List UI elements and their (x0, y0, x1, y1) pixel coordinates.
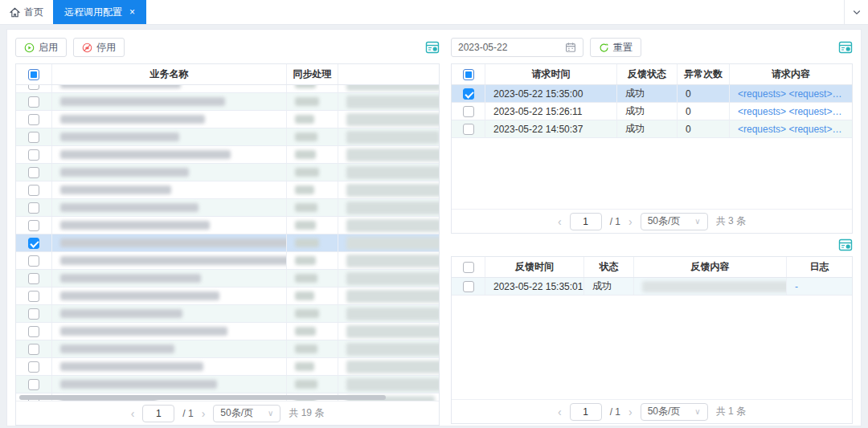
row-checkbox[interactable] (28, 326, 39, 337)
row-checkbox[interactable] (28, 149, 39, 161)
table-row[interactable] (16, 146, 439, 164)
page-number-input[interactable]: 1 (142, 405, 174, 422)
row-checkbox-cell (16, 323, 52, 340)
horizontal-scrollbar[interactable] (16, 394, 439, 401)
tab-list-chevron-button[interactable] (844, 0, 868, 24)
request-content-link[interactable]: <requests> <request> <COMM... (738, 106, 844, 117)
table-row[interactable] (16, 85, 439, 93)
enable-button[interactable]: 启用 (15, 38, 67, 57)
select-all-checkbox[interactable] (28, 69, 39, 80)
tab-home[interactable]: 首页 (0, 0, 53, 24)
redacted-text (295, 256, 316, 265)
table-row[interactable] (16, 358, 439, 376)
select-all-checkbox[interactable] (463, 69, 474, 80)
redacted-text (346, 272, 439, 285)
table-row[interactable] (16, 252, 439, 270)
row-checkbox[interactable] (463, 88, 474, 100)
table-row[interactable] (16, 93, 439, 111)
prev-page-icon[interactable]: ‹ (131, 408, 135, 419)
row-checkbox-cell (16, 199, 52, 216)
row-checkbox[interactable] (28, 273, 39, 284)
column-settings-icon[interactable] (838, 238, 853, 252)
column-settings-icon[interactable] (425, 40, 440, 55)
sync-mode-cell (287, 252, 338, 269)
redacted-text (295, 380, 317, 389)
row-checkbox[interactable] (28, 220, 39, 231)
sync-mode-cell (287, 234, 338, 251)
table-row[interactable] (16, 287, 439, 305)
row-checkbox[interactable] (28, 185, 39, 196)
request-content-link[interactable]: <requests> <request> <COMM... (738, 124, 844, 135)
row-checkbox[interactable] (28, 238, 39, 249)
prev-page-icon[interactable]: ‹ (558, 216, 562, 227)
feedback-time-cell: 2023-05-22 15:35:01 (485, 278, 584, 295)
close-icon[interactable]: × (129, 7, 135, 17)
next-page-icon[interactable]: › (628, 406, 633, 418)
table-row[interactable] (16, 270, 439, 287)
row-checkbox-cell (16, 111, 52, 128)
page-number-input[interactable]: 1 (570, 213, 602, 230)
extra-cell (338, 85, 439, 92)
row-checkbox[interactable] (28, 308, 39, 320)
page-size-value: 50条/页 (648, 214, 681, 228)
row-checkbox[interactable] (28, 291, 39, 302)
table-row[interactable] (16, 323, 439, 340)
row-checkbox[interactable] (28, 379, 39, 390)
row-checkbox[interactable] (28, 167, 39, 178)
row-checkbox[interactable] (28, 132, 39, 143)
row-checkbox[interactable] (28, 255, 39, 267)
row-checkbox[interactable] (28, 85, 39, 90)
reset-button[interactable]: 重置 (590, 38, 641, 57)
row-checkbox-cell (452, 85, 485, 102)
row-checkbox[interactable] (463, 106, 474, 117)
select-all-checkbox[interactable] (463, 262, 474, 273)
page-size-value: 50条/页 (648, 405, 681, 418)
sync-mode-cell (287, 199, 338, 216)
redacted-text (60, 221, 210, 230)
tab-remote-call-config[interactable]: 远程调用配置 × (53, 0, 146, 24)
table-row[interactable] (16, 199, 439, 217)
redacted-text (60, 238, 287, 247)
row-checkbox[interactable] (28, 344, 39, 355)
date-picker-input[interactable]: 2023-05-22 (451, 38, 583, 57)
table-row[interactable]: 2023-05-22 15:35:01成功- (452, 278, 852, 296)
table-row[interactable] (16, 217, 439, 234)
table-row[interactable] (16, 305, 439, 323)
row-checkbox[interactable] (28, 114, 39, 125)
business-name-cell (52, 181, 287, 198)
row-checkbox[interactable] (28, 361, 39, 373)
header-cell: 反馈状态 (617, 64, 678, 84)
row-checkbox[interactable] (463, 124, 474, 135)
next-page-icon[interactable]: › (202, 408, 206, 419)
table-row[interactable] (16, 128, 439, 146)
table-row[interactable]: 2023-05-22 15:35:00成功0<requests> <reques… (452, 85, 852, 103)
business-name-cell (52, 252, 287, 269)
redacted-text (642, 281, 787, 292)
disable-button[interactable]: 停用 (73, 38, 125, 57)
table-row[interactable] (16, 164, 439, 181)
table-row[interactable] (16, 111, 439, 128)
redacted-text (295, 221, 316, 230)
page-size-select[interactable]: 50条/页 ∨ (641, 213, 708, 230)
row-checkbox[interactable] (28, 96, 39, 108)
column-settings-icon[interactable] (838, 40, 853, 55)
page-number-input[interactable]: 1 (570, 403, 602, 421)
page-size-select[interactable]: 50条/页 ∨ (641, 403, 708, 421)
log-link[interactable]: - (795, 281, 798, 292)
scrollbar-thumb[interactable] (19, 395, 386, 400)
table-row[interactable] (16, 376, 439, 393)
table-row[interactable]: 2023-05-22 14:50:37成功0<requests> <reques… (452, 120, 852, 138)
page-size-select[interactable]: 50条/页 ∨ (213, 405, 280, 422)
sync-mode-cell (287, 164, 338, 181)
row-checkbox[interactable] (28, 202, 39, 214)
table-row[interactable] (16, 234, 439, 252)
redacted-text (295, 85, 316, 88)
request-content-link[interactable]: <requests> <request> <COMM... (738, 88, 844, 100)
business-name-cell (52, 199, 287, 216)
row-checkbox[interactable] (463, 281, 474, 292)
table-row[interactable] (16, 340, 439, 358)
next-page-icon[interactable]: › (628, 216, 633, 227)
table-row[interactable] (16, 181, 439, 199)
table-row[interactable]: 2023-05-22 15:26:11成功0<requests> <reques… (452, 103, 852, 120)
prev-page-icon[interactable]: ‹ (558, 406, 562, 418)
